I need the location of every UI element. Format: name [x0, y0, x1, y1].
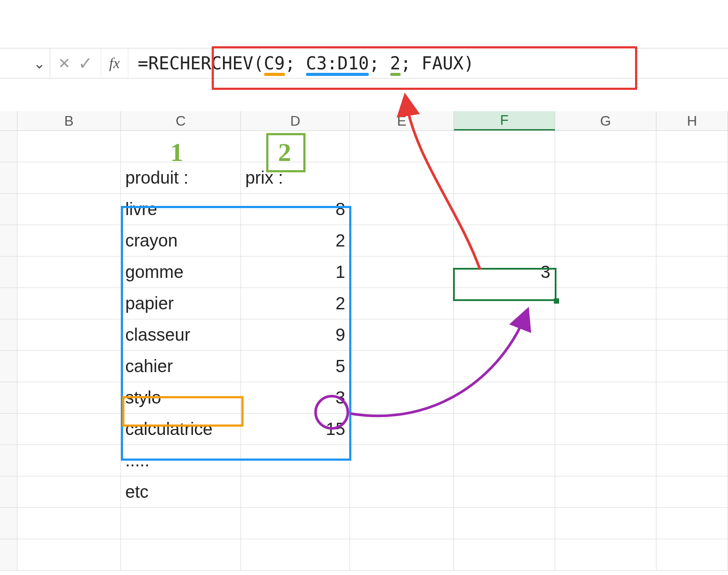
cell[interactable]	[350, 351, 454, 382]
cell[interactable]	[17, 382, 121, 414]
cell[interactable]	[454, 508, 555, 539]
cell[interactable]	[17, 319, 121, 351]
cell[interactable]	[454, 225, 555, 257]
cell[interactable]	[656, 257, 728, 288]
cell[interactable]	[121, 539, 241, 571]
column-header-G[interactable]: G	[555, 111, 656, 130]
cell[interactable]	[350, 225, 454, 257]
row-header[interactable]	[0, 445, 17, 476]
cell[interactable]	[17, 445, 121, 476]
cell[interactable]	[555, 508, 656, 539]
row-header[interactable]	[0, 382, 17, 414]
cell[interactable]	[656, 476, 728, 508]
cell[interactable]	[656, 194, 728, 225]
cell[interactable]	[454, 288, 555, 319]
cell[interactable]	[656, 445, 728, 476]
column-header-B[interactable]: B	[17, 111, 121, 130]
cell-produit[interactable]: classeur	[121, 319, 241, 351]
row-header[interactable]	[0, 539, 17, 571]
cell[interactable]	[350, 414, 454, 445]
row-header[interactable]	[0, 162, 17, 194]
row-header[interactable]	[0, 288, 17, 319]
spreadsheet-grid[interactable]: produit : prix : livre 8 crayon 2 gomme …	[0, 131, 728, 575]
row-header[interactable]	[0, 194, 17, 225]
cell[interactable]	[656, 319, 728, 351]
fx-label[interactable]: fx	[101, 48, 128, 78]
cell[interactable]	[350, 476, 454, 508]
cell[interactable]	[241, 476, 350, 508]
cell[interactable]	[17, 539, 121, 571]
cell[interactable]	[555, 476, 656, 508]
row-header[interactable]	[0, 351, 17, 382]
cell[interactable]	[17, 476, 121, 508]
cell[interactable]	[17, 131, 121, 162]
cell[interactable]	[454, 351, 555, 382]
cell[interactable]	[555, 414, 656, 445]
cell[interactable]	[241, 508, 350, 539]
cell-produit[interactable]: crayon	[121, 225, 241, 257]
column-header-F[interactable]: F	[454, 111, 555, 130]
cell[interactable]	[656, 162, 728, 194]
cell-prix[interactable]: 5	[241, 351, 350, 382]
cancel-icon[interactable]: ✕	[58, 55, 70, 72]
cell[interactable]	[350, 319, 454, 351]
cell-produit[interactable]: papier	[121, 288, 241, 319]
row-header[interactable]	[0, 131, 17, 162]
row-header[interactable]	[0, 414, 17, 445]
cell-produit[interactable]: calculatrice	[121, 414, 241, 445]
cell[interactable]	[350, 539, 454, 571]
cell[interactable]	[454, 131, 555, 162]
cell[interactable]	[555, 288, 656, 319]
cell[interactable]	[241, 445, 350, 476]
cell[interactable]	[555, 351, 656, 382]
cell[interactable]	[656, 351, 728, 382]
cell[interactable]	[350, 257, 454, 288]
cell[interactable]	[555, 319, 656, 351]
cell[interactable]	[17, 194, 121, 225]
formula-input[interactable]: =RECHERCHEV(C9; C3:D10; 2; FAUX)	[128, 53, 728, 73]
cell-prix[interactable]: 3	[241, 382, 350, 414]
cell[interactable]	[350, 382, 454, 414]
cell[interactable]	[241, 131, 350, 162]
cell-header-prix[interactable]: prix :	[241, 162, 350, 194]
cell[interactable]	[555, 225, 656, 257]
cell[interactable]	[555, 131, 656, 162]
cell[interactable]	[350, 194, 454, 225]
cell[interactable]	[121, 508, 241, 539]
row-header[interactable]	[0, 225, 17, 257]
row-header[interactable]	[0, 508, 17, 539]
cell[interactable]	[656, 288, 728, 319]
cell[interactable]	[350, 288, 454, 319]
cell[interactable]	[454, 445, 555, 476]
cell[interactable]	[350, 131, 454, 162]
cell-produit[interactable]: cahier	[121, 351, 241, 382]
cell[interactable]	[656, 225, 728, 257]
cell[interactable]	[454, 476, 555, 508]
cell-prix[interactable]: 9	[241, 319, 350, 351]
cell-prix[interactable]: 2	[241, 225, 350, 257]
row-header[interactable]	[0, 319, 17, 351]
column-header-H[interactable]: H	[656, 111, 728, 130]
cell-prix[interactable]: 1	[241, 257, 350, 288]
cell[interactable]	[454, 414, 555, 445]
cell[interactable]	[454, 539, 555, 571]
cell[interactable]	[241, 539, 350, 571]
cell[interactable]	[656, 382, 728, 414]
cell[interactable]	[121, 131, 241, 162]
row-header[interactable]	[0, 257, 17, 288]
cell-prix[interactable]: 8	[241, 194, 350, 225]
cell[interactable]	[555, 162, 656, 194]
column-header-D[interactable]: D	[241, 111, 350, 130]
cell[interactable]	[555, 382, 656, 414]
cell-prix[interactable]: 2	[241, 288, 350, 319]
cell[interactable]	[350, 162, 454, 194]
chevron-down-icon[interactable]: ⌄	[33, 55, 45, 72]
column-header-E[interactable]: E	[350, 111, 454, 130]
confirm-icon[interactable]: ✓	[78, 53, 93, 73]
cell[interactable]	[555, 445, 656, 476]
row-header[interactable]	[0, 476, 17, 508]
cell-produit[interactable]: livre	[121, 194, 241, 225]
name-box[interactable]: ⌄	[0, 48, 50, 78]
active-cell-fill-handle[interactable]	[554, 298, 559, 304]
cell[interactable]	[350, 508, 454, 539]
